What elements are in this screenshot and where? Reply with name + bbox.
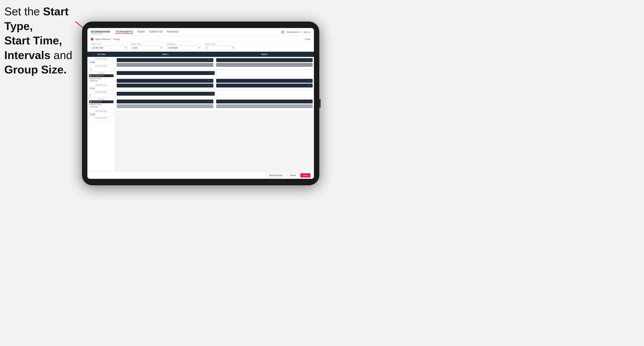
nav-bar: SCOREBOARD Powered by clipp TOURNAMENTS … [88, 28, 314, 36]
player-edit-icon-3-2[interactable]: ✎ [208, 85, 210, 87]
start-type-select[interactable]: 1st Tee Start [91, 45, 128, 50]
bold-group-size: Group Size. [4, 63, 67, 76]
course-remove-x-2[interactable]: ✕ [111, 101, 112, 103]
start-type-group: Start Type 1st Tee Start [91, 43, 128, 50]
player-remove-icon-6-1[interactable]: ✕ [310, 101, 311, 103]
starting-hole-field-1[interactable] [89, 68, 114, 70]
player-edit-icon-5-1[interactable]: ✎ [208, 101, 210, 103]
nav-item-teams[interactable]: TEAMS [137, 30, 145, 34]
player-remove-icon-5-1[interactable]: ✕ [210, 101, 212, 103]
bold-intervals: Intervals [4, 49, 50, 61]
bold-start-type: Start Type, [4, 5, 68, 32]
starting-time-input-1[interactable]: ⏱ [89, 60, 114, 64]
sign-out-link[interactable]: Sign out [303, 31, 310, 33]
start-type-label: Start Type [91, 43, 128, 45]
start-time-select[interactable]: 10:00 [131, 45, 163, 50]
player-row-2-1: ✎ ✕ [216, 58, 313, 62]
settings-bar: Start Type 1st Tee Start Start Time 10:0… [88, 42, 314, 52]
nav-right: blair@clippd.io | Sign out [281, 30, 310, 34]
player-row-actions-2-1: ✎ ✕ [308, 59, 311, 61]
team1-cell-3: ✎ ✕ [116, 98, 215, 111]
crumb-separator: › [111, 38, 112, 40]
player-row-course-1: ✎ ✕ [117, 71, 215, 75]
col-header-tee-time: Tee Time [88, 52, 116, 57]
nav-item-tournaments[interactable]: TOURNAMENTS [115, 30, 133, 34]
nav-item-rankings[interactable]: RANKINGS [166, 30, 179, 34]
left-panel: STARTING TIME: ⏱ STARTING HOLE: ⌄ COURSE… [88, 57, 116, 172]
starting-time-label-2: STARTING TIME: [89, 84, 114, 86]
remove-group-link-2[interactable]: ⊖ Remove Group [89, 104, 114, 106]
crumb-tournament[interactable]: Clippd Invitational [95, 38, 110, 40]
add-group-link-2[interactable]: + Add Group [89, 106, 114, 108]
starting-hole-label-2: STARTING HOLE: [89, 91, 114, 93]
intervals-select[interactable]: 10 Minutes [167, 45, 201, 50]
player-edit-icon-course-2[interactable]: ✎ [210, 93, 211, 95]
player-remove-icon-course-2[interactable]: ✕ [212, 93, 213, 95]
tee-group-1: STARTING TIME: ⏱ STARTING HOLE: ⌄ COURSE… [88, 57, 115, 83]
add-group-link-1[interactable]: + Add Group [89, 80, 114, 81]
player-remove-icon-course-1[interactable]: ✕ [212, 72, 213, 74]
group-actions-2: ⊖ Remove Group + Add Group [89, 104, 114, 108]
nav-item-committee[interactable]: COMMITTEE [149, 30, 163, 34]
tee-group-3: STARTING TIME: ⏱ STARTING HOLE: [88, 109, 115, 121]
player-row-course-2: ✎ ✕ [117, 92, 215, 96]
team2-cell-1: ✎ ✕ [215, 57, 314, 70]
player-row-1-1: ✎ ✕ [117, 58, 213, 62]
reset-changes-button[interactable]: Reset Changes [266, 173, 285, 177]
nav-items: TOURNAMENTS TEAMS COMMITTEE RANKINGS [115, 30, 281, 34]
course-name-1: (A) Peachtree GC [92, 75, 110, 76]
column-headers: Tee Time Team 1 Team 2 [88, 52, 314, 57]
starting-time-input-3[interactable]: ⏱ [89, 112, 114, 117]
starting-time-field-2[interactable] [89, 87, 114, 89]
player-edit-icon-4-2[interactable]: ✎ [308, 85, 309, 87]
player-edit-icon-2-1[interactable]: ✎ [308, 59, 309, 61]
player-row-3-2: ✎ ✕ [117, 84, 213, 87]
right-panel: ✎ ✕ ✎ ✕ [116, 57, 314, 172]
team1-cell-1: ✎ ✕ [116, 57, 215, 70]
player-row-6-1: ✎ ✕ [216, 100, 313, 103]
player-edit-icon-6-1[interactable]: ✎ [308, 101, 309, 103]
team-row-group-2: ✎ ✕ ✎ ✕ [116, 78, 314, 90]
player-row-5-2 [117, 104, 213, 108]
player-edit-icon-course-1[interactable]: ✎ [210, 72, 211, 74]
col-header-team2: Team 2 [215, 52, 314, 57]
player-remove-icon-3-1[interactable]: ✕ [210, 80, 212, 82]
player-remove-icon-4-1[interactable]: ✕ [310, 80, 311, 82]
starting-time-input-2[interactable]: ⏱ [89, 86, 114, 90]
starting-time-field-1[interactable] [89, 61, 114, 63]
player-row-3-1: ✎ ✕ [117, 79, 213, 83]
tablet-side-button [319, 99, 320, 108]
player-remove-icon-3-2[interactable]: ✕ [210, 85, 212, 87]
player-remove-icon-1-1[interactable]: ✕ [210, 59, 212, 61]
cancel-button[interactable]: Cancel [287, 173, 298, 177]
course-name-2: East Lake GC [92, 101, 110, 103]
instruction-text: Set the Start Type, Start Time, Interval… [4, 4, 73, 77]
player-edit-icon-1-1[interactable]: ✎ [208, 59, 210, 61]
course-flag-icon-1 [90, 75, 92, 77]
group-size-select[interactable]: 3 [205, 45, 235, 50]
starting-hole-input-1[interactable]: ⌄ [89, 67, 114, 72]
player-remove-icon-2-1[interactable]: ✕ [310, 59, 311, 61]
remove-group-link-1[interactable]: ⊖ Remove Group [89, 78, 114, 79]
back-link[interactable]: < Back [304, 38, 310, 40]
starting-hole-input-2[interactable]: ⌄ [89, 93, 114, 98]
player-edit-icon-4-1[interactable]: ✎ [308, 80, 309, 82]
player-remove-icon-4-2[interactable]: ✕ [310, 85, 311, 87]
player-row-6-2 [216, 104, 313, 108]
player-row-actions-5-1: ✎ ✕ [208, 101, 212, 103]
tablet-screen: SCOREBOARD Powered by clipp TOURNAMENTS … [88, 28, 314, 179]
team-row-group-1: ✎ ✕ ✎ ✕ [116, 57, 314, 70]
starting-hole-field-2[interactable] [89, 94, 114, 97]
player-edit-icon-3-1[interactable]: ✎ [208, 80, 210, 82]
team2-cell-2: ✎ ✕ ✎ ✕ [215, 78, 314, 90]
crumb-section: Hosting [113, 38, 120, 40]
main-content: STARTING TIME: ⏱ STARTING HOLE: ⌄ COURSE… [88, 57, 314, 172]
course-row-2: East Lake GC ✕ [89, 100, 114, 103]
course-remove-x-1[interactable]: ✕ [111, 75, 112, 77]
starting-time-field-3[interactable] [89, 113, 114, 116]
save-button[interactable]: Save [300, 173, 310, 177]
start-time-group: Start Time 10:00 [131, 43, 163, 50]
team1-cell-2: ✎ ✕ ✎ ✕ [116, 78, 215, 90]
tablet: SCOREBOARD Powered by clipp TOURNAMENTS … [82, 21, 319, 185]
group-size-label: Group Size [205, 43, 235, 45]
